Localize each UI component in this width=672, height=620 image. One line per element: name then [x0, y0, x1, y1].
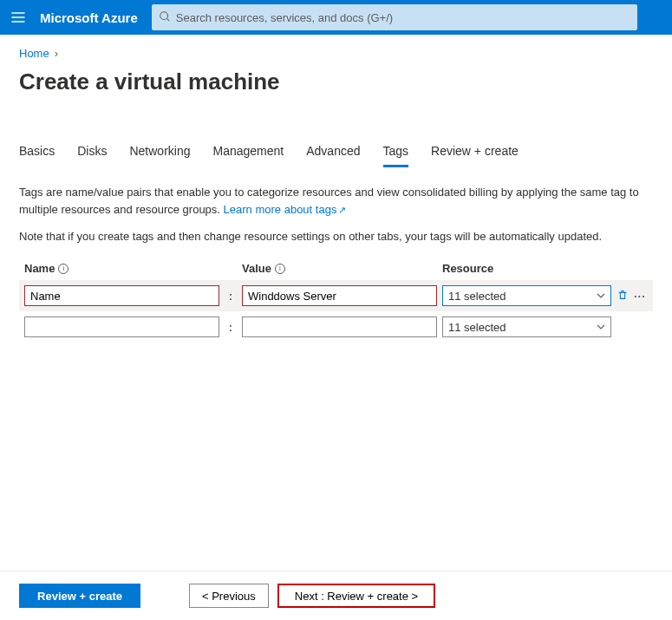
tags-description: Tags are name/value pairs that enable yo…	[19, 184, 653, 218]
tab-tags[interactable]: Tags	[383, 144, 409, 167]
row-actions: ···	[617, 289, 660, 303]
tag-resource-select[interactable]: 11 selected	[442, 285, 611, 306]
previous-button[interactable]: < Previous	[189, 584, 269, 608]
next-button[interactable]: Next : Review + create >	[277, 584, 435, 608]
page-title: Create a virtual machine	[19, 69, 653, 95]
tag-name-input[interactable]	[24, 317, 219, 337]
svg-point-0	[160, 11, 168, 19]
top-bar: Microsoft Azure	[0, 0, 672, 35]
svg-line-1	[166, 18, 169, 21]
main-content: Home › Create a virtual machine Basics D…	[0, 35, 672, 343]
tab-networking[interactable]: Networking	[129, 144, 190, 167]
footer-bar: Review + create < Previous Next : Review…	[0, 571, 672, 620]
tab-management[interactable]: Management	[213, 144, 284, 167]
brand-label: Microsoft Azure	[40, 10, 138, 25]
chevron-right-icon: ›	[55, 47, 58, 60]
col-value: Value i	[242, 262, 437, 275]
delete-icon[interactable]	[617, 289, 629, 303]
search-box[interactable]	[152, 4, 637, 30]
tab-bar: Basics Disks Networking Management Advan…	[19, 144, 653, 168]
more-icon[interactable]: ···	[634, 290, 646, 303]
search-input[interactable]	[176, 11, 630, 24]
info-icon[interactable]: i	[58, 264, 69, 274]
tag-resource-select[interactable]: 11 selected	[442, 317, 611, 337]
tags-header-row: Name i Value i Resource	[19, 262, 653, 275]
tab-advanced[interactable]: Advanced	[306, 144, 360, 167]
tab-review[interactable]: Review + create	[431, 144, 519, 167]
learn-more-link[interactable]: Learn more about tags↗	[224, 203, 347, 216]
chevron-down-icon	[597, 290, 605, 303]
tag-name-input[interactable]	[24, 285, 219, 306]
colon-separator: :	[225, 290, 237, 303]
breadcrumb-home[interactable]: Home	[19, 47, 49, 60]
tab-basics[interactable]: Basics	[19, 144, 55, 167]
chevron-down-icon	[597, 321, 605, 334]
tag-row: : 11 selected	[19, 311, 653, 343]
select-value: 11 selected	[448, 290, 506, 303]
info-icon[interactable]: i	[275, 264, 285, 274]
tags-note: Note that if you create tags and then ch…	[19, 230, 653, 243]
breadcrumb: Home ›	[19, 47, 653, 60]
external-link-icon: ↗	[338, 205, 346, 215]
tab-disks[interactable]: Disks	[77, 144, 107, 167]
tag-row: : 11 selected ···	[19, 280, 653, 311]
col-name: Name i	[24, 262, 219, 275]
menu-icon[interactable]	[10, 10, 26, 25]
search-icon	[159, 10, 171, 25]
tags-table: Name i Value i Resource : 11 selected	[19, 262, 653, 343]
tag-value-input[interactable]	[242, 317, 437, 337]
colon-separator: :	[225, 321, 237, 334]
select-value: 11 selected	[448, 321, 506, 334]
review-create-button[interactable]: Review + create	[19, 584, 140, 608]
col-resource: Resource	[442, 262, 611, 275]
tag-value-input[interactable]	[242, 285, 437, 306]
